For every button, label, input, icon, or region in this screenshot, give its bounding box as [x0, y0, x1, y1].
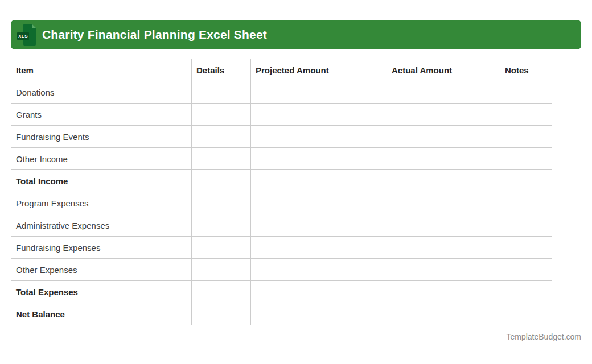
row-label: Total Income — [11, 170, 192, 192]
cell-details — [192, 214, 251, 237]
cell-projected-amount — [251, 104, 387, 126]
column-header-item: Item — [11, 59, 192, 81]
cell-notes — [500, 81, 552, 104]
row-label: Net Balance — [11, 303, 192, 325]
cell-details — [192, 148, 251, 170]
cell-actual-amount — [387, 126, 500, 148]
cell-details — [192, 81, 251, 104]
cell-notes — [500, 126, 552, 148]
cell-projected-amount — [251, 126, 387, 148]
cell-details — [192, 126, 251, 148]
table-row: Program Expenses — [11, 192, 552, 214]
cell-notes — [500, 170, 552, 192]
page: XLS Charity Financial Planning Excel She… — [0, 0, 592, 341]
cell-projected-amount — [251, 303, 387, 325]
cell-projected-amount — [251, 237, 387, 259]
cell-projected-amount — [251, 281, 387, 303]
cell-actual-amount — [387, 104, 500, 126]
table-row: Total Income — [11, 170, 552, 192]
cell-notes — [500, 259, 552, 281]
cell-projected-amount — [251, 192, 387, 214]
column-header-projected-amount: Projected Amount — [251, 59, 387, 81]
table-row: Grants — [11, 104, 552, 126]
row-label: Other Income — [11, 148, 192, 170]
cell-actual-amount — [387, 237, 500, 259]
header-row: ItemDetailsProjected AmountActual Amount… — [11, 59, 552, 81]
xls-file-icon: XLS — [17, 23, 36, 46]
table-row: Other Income — [11, 148, 552, 170]
cell-notes — [500, 148, 552, 170]
cell-details — [192, 170, 251, 192]
cell-actual-amount — [387, 303, 500, 325]
table-row: Net Balance — [11, 303, 552, 325]
cell-notes — [500, 281, 552, 303]
row-label: Fundraising Expenses — [11, 237, 192, 259]
row-label: Total Expenses — [11, 281, 192, 303]
table-row: Other Expenses — [11, 259, 552, 281]
cell-details — [192, 104, 251, 126]
xls-file-fold-corner — [32, 24, 36, 28]
cell-notes — [500, 237, 552, 259]
cell-projected-amount — [251, 214, 387, 237]
table-container: ItemDetailsProjected AmountActual Amount… — [11, 59, 581, 325]
cell-actual-amount — [387, 170, 500, 192]
xls-badge: XLS — [17, 32, 29, 40]
cell-details — [192, 259, 251, 281]
cell-projected-amount — [251, 259, 387, 281]
cell-actual-amount — [387, 259, 500, 281]
row-label: Program Expenses — [11, 192, 192, 214]
cell-notes — [500, 303, 552, 325]
column-header-notes: Notes — [500, 59, 552, 81]
site-credit: TemplateBudget.com — [11, 332, 581, 341]
row-label: Administrative Expenses — [11, 214, 192, 237]
page-title: Charity Financial Planning Excel Sheet — [42, 28, 267, 42]
cell-actual-amount — [387, 281, 500, 303]
cell-details — [192, 303, 251, 325]
row-label: Donations — [11, 81, 192, 104]
cell-actual-amount — [387, 148, 500, 170]
cell-details — [192, 192, 251, 214]
cell-details — [192, 237, 251, 259]
row-label: Grants — [11, 104, 192, 126]
table-row: Fundraising Expenses — [11, 237, 552, 259]
cell-projected-amount — [251, 81, 387, 104]
table-body: DonationsGrantsFundraising EventsOther I… — [11, 81, 552, 325]
cell-details — [192, 281, 251, 303]
cell-notes — [500, 192, 552, 214]
cell-actual-amount — [387, 81, 500, 104]
cell-actual-amount — [387, 192, 500, 214]
row-label: Fundraising Events — [11, 126, 192, 148]
cell-projected-amount — [251, 148, 387, 170]
column-header-actual-amount: Actual Amount — [387, 59, 500, 81]
table-row: Total Expenses — [11, 281, 552, 303]
column-header-details: Details — [192, 59, 251, 81]
cell-notes — [500, 104, 552, 126]
financial-planning-table: ItemDetailsProjected AmountActual Amount… — [11, 59, 552, 325]
cell-actual-amount — [387, 214, 500, 237]
title-banner: XLS Charity Financial Planning Excel She… — [11, 20, 581, 49]
row-label: Other Expenses — [11, 259, 192, 281]
cell-projected-amount — [251, 170, 387, 192]
table-row: Fundraising Events — [11, 126, 552, 148]
cell-notes — [500, 214, 552, 237]
table-row: Administrative Expenses — [11, 214, 552, 237]
table-row: Donations — [11, 81, 552, 104]
